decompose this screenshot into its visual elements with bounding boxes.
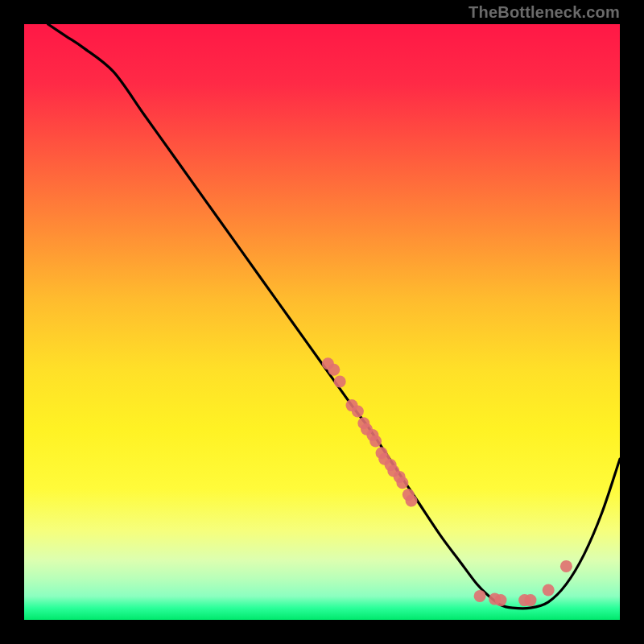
chart-container: TheBottleneck.com (0, 0, 644, 644)
data-point (525, 594, 537, 606)
chart-svg (24, 24, 620, 620)
data-point (328, 364, 340, 376)
watermark-text: TheBottleneck.com (469, 3, 620, 22)
plot-area (24, 24, 620, 620)
data-point (352, 406, 364, 418)
data-point (474, 590, 486, 602)
data-point (396, 477, 408, 489)
data-point (369, 436, 382, 448)
data-point (334, 376, 346, 388)
data-point (543, 584, 555, 597)
data-point (495, 594, 507, 606)
scatter-points (322, 357, 572, 606)
data-point (560, 560, 572, 572)
curve-line (48, 24, 620, 609)
data-point (406, 495, 418, 507)
